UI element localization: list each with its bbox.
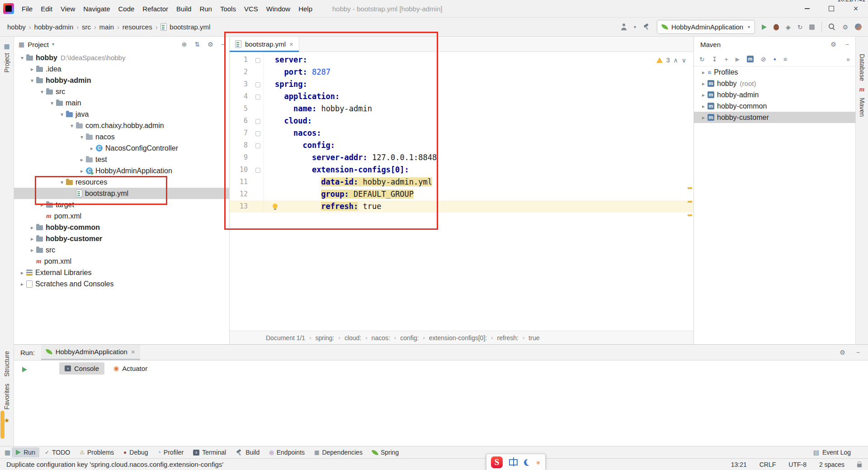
ide-updates-icon[interactable] bbox=[855, 24, 862, 30]
inspection-widget[interactable]: 3 ∧ ∨ bbox=[656, 57, 686, 64]
minimize-button[interactable] bbox=[795, 0, 819, 17]
tree-chevron-icon[interactable]: ▾ bbox=[58, 179, 66, 185]
code-line-11[interactable]: 11 data-id: hobby-admin.yml bbox=[230, 176, 693, 188]
code-line-8[interactable]: 8 config: bbox=[230, 139, 693, 152]
code-line-1[interactable]: 1server: bbox=[230, 54, 693, 66]
coverage-button[interactable]: ◈ bbox=[786, 24, 791, 30]
hide-panel-icon[interactable]: − bbox=[221, 41, 225, 47]
vcs-user-icon[interactable] bbox=[620, 24, 627, 30]
project-tree-item-src[interactable]: ▾src bbox=[14, 86, 229, 97]
sogou-logo-icon[interactable]: S bbox=[491, 456, 503, 468]
maven-tree-item-hobby-common[interactable]: ▸mhobby-common bbox=[694, 100, 855, 112]
project-tree-item-nacosconfigcontroller[interactable]: ▸CNacosConfigController bbox=[14, 142, 229, 154]
tree-chevron-icon[interactable]: ▾ bbox=[18, 55, 26, 61]
project-view-dropdown-icon[interactable]: ▾ bbox=[52, 42, 54, 47]
stop-button[interactable] bbox=[809, 24, 815, 30]
tree-chevron-icon[interactable]: ▸ bbox=[28, 224, 36, 231]
editor-breadcrumb-cloud[interactable]: cloud: bbox=[344, 334, 361, 342]
tree-chevron-icon[interactable]: ▾ bbox=[38, 89, 46, 95]
tree-chevron-icon[interactable]: ▾ bbox=[58, 111, 66, 118]
tool-window-switcher-icon[interactable]: ▦ bbox=[5, 449, 10, 456]
run-content-tab[interactable]: HobbyAdminApplication × bbox=[41, 345, 140, 360]
tree-chevron-icon[interactable]: ▸ bbox=[78, 168, 86, 174]
skip-icon[interactable]: ⊘ bbox=[761, 56, 766, 62]
run-view-tab-actuator[interactable]: ◉Actuator bbox=[108, 362, 153, 375]
project-tree-item-hobby[interactable]: ▾hobbyD:\IdeaSpaces\hobby bbox=[14, 52, 229, 63]
tree-chevron-icon[interactable]: ▸ bbox=[699, 103, 708, 109]
project-tree-item-pom-xml[interactable]: mpom.xml bbox=[14, 256, 229, 267]
tree-chevron-icon[interactable]: ▸ bbox=[88, 145, 96, 152]
menu-build[interactable]: Build bbox=[172, 0, 195, 18]
menu-vcs[interactable]: VCS bbox=[240, 0, 262, 18]
maven-module-icon[interactable]: m bbox=[747, 56, 754, 62]
project-tree-item-external-libraries[interactable]: ▸External Libraries bbox=[14, 267, 229, 278]
console-output[interactable] bbox=[14, 376, 868, 446]
tree-chevron-icon[interactable]: ▸ bbox=[699, 92, 708, 98]
readonly-lock-icon[interactable] bbox=[857, 464, 862, 467]
project-tree-item-scratches-and-consoles[interactable]: ▸Scratches and Consoles bbox=[14, 278, 229, 290]
editor-breadcrumb-refresh[interactable]: refresh: bbox=[497, 334, 519, 342]
tree-chevron-icon[interactable]: ▾ bbox=[48, 100, 56, 106]
download-icon[interactable]: ↧ bbox=[712, 56, 717, 62]
breadcrumb-item-src[interactable]: src bbox=[82, 23, 91, 31]
code-line-2[interactable]: 2 port: 8287 bbox=[230, 66, 693, 78]
project-tree-item-com-chaixy-hobby-admin[interactable]: ▾com.chaixy.hobby.admin bbox=[14, 120, 229, 131]
more-icon[interactable]: » bbox=[846, 56, 850, 62]
code-line-13[interactable]: 13 refresh: true bbox=[230, 200, 693, 213]
fold-marker-icon[interactable] bbox=[255, 95, 260, 100]
chinese-input-mode-icon[interactable] bbox=[509, 459, 518, 465]
menu-file[interactable]: File bbox=[18, 0, 37, 18]
toolwindow-tab-debug[interactable]: ●Debug bbox=[119, 447, 152, 457]
run-configuration-select[interactable]: HobbyAdminApplication ▾ bbox=[657, 20, 755, 34]
plus-icon[interactable]: + bbox=[724, 56, 728, 62]
project-tree-item-test[interactable]: ▸test bbox=[14, 154, 229, 165]
indent-widget[interactable]: 2 spaces bbox=[819, 461, 844, 468]
intention-bulb-icon[interactable] bbox=[273, 204, 278, 209]
fullwidth-moon-icon[interactable] bbox=[524, 459, 531, 466]
tree-chevron-icon[interactable]: ▸ bbox=[28, 247, 36, 253]
toolwindow-tab-run[interactable]: Run bbox=[12, 447, 39, 457]
close-tab-icon[interactable]: × bbox=[289, 40, 293, 48]
tree-chevron-icon[interactable]: ▸ bbox=[699, 81, 708, 87]
close-tab-icon[interactable]: × bbox=[131, 348, 135, 356]
run-button[interactable] bbox=[762, 24, 767, 30]
menu-window[interactable]: Window bbox=[262, 0, 294, 18]
maven-tree-item-hobby-admin[interactable]: ▸mhobby-admin bbox=[694, 89, 855, 100]
project-tree-item-main[interactable]: ▾main bbox=[14, 97, 229, 109]
tree-chevron-icon[interactable]: ▸ bbox=[78, 157, 86, 163]
fold-marker-icon[interactable] bbox=[255, 58, 260, 63]
tree-chevron-icon[interactable]: ▸ bbox=[18, 270, 26, 276]
run-view-tab-console[interactable]: ›Console bbox=[59, 362, 104, 375]
tool-stripe-favorites[interactable]: Favorites bbox=[3, 384, 10, 410]
menu-help[interactable]: Help bbox=[294, 0, 316, 18]
maven-tree-item-hobby[interactable]: ▸mhobby(root) bbox=[694, 78, 855, 89]
tree-chevron-icon[interactable]: ▸ bbox=[699, 69, 708, 76]
tree-chevron-icon[interactable]: ▸ bbox=[28, 236, 36, 242]
rerun-button[interactable]: ↻ bbox=[797, 24, 803, 30]
tree-chevron-icon[interactable]: ▸ bbox=[18, 281, 26, 287]
run-settings-icon[interactable]: ⚙ bbox=[840, 349, 845, 356]
breadcrumb-item-hobby-admin[interactable]: hobby-admin bbox=[34, 23, 74, 31]
fold-marker-icon[interactable] bbox=[255, 143, 260, 148]
menu-refactor[interactable]: Refactor bbox=[138, 0, 172, 18]
project-tree-item-hobby-admin[interactable]: ▾hobby-admin bbox=[14, 75, 229, 86]
select-opened-file-icon[interactable]: ⊕ bbox=[182, 41, 187, 47]
editor-breadcrumb-nacos[interactable]: nacos: bbox=[372, 334, 390, 342]
menu-code[interactable]: Code bbox=[114, 0, 138, 18]
prev-warning-icon[interactable]: ∧ bbox=[674, 57, 678, 63]
menu-tools[interactable]: Tools bbox=[216, 0, 240, 18]
debug-button[interactable] bbox=[774, 24, 779, 30]
project-tree-item-nacos[interactable]: ▾nacos bbox=[14, 131, 229, 142]
project-tree-item-idea[interactable]: ▸.idea bbox=[14, 63, 229, 75]
tree-chevron-icon[interactable]: ▾ bbox=[28, 77, 36, 84]
code-line-10[interactable]: 10 extension-configs[0]: bbox=[230, 164, 693, 176]
editor-tab-bootstrap-yml[interactable]: bootstrap.yml × bbox=[230, 37, 299, 52]
offline-dot-icon[interactable]: ● bbox=[774, 57, 776, 62]
menu-navigate[interactable]: Navigate bbox=[79, 0, 114, 18]
editor-breadcrumb-true[interactable]: true bbox=[528, 334, 539, 342]
sliders-icon[interactable]: ≡ bbox=[783, 56, 787, 62]
run-gray-icon[interactable]: ▶ bbox=[736, 57, 740, 62]
fold-marker-icon[interactable] bbox=[255, 82, 260, 87]
menu-edit[interactable]: Edit bbox=[37, 0, 57, 18]
refresh-icon[interactable]: ↻ bbox=[699, 56, 705, 62]
